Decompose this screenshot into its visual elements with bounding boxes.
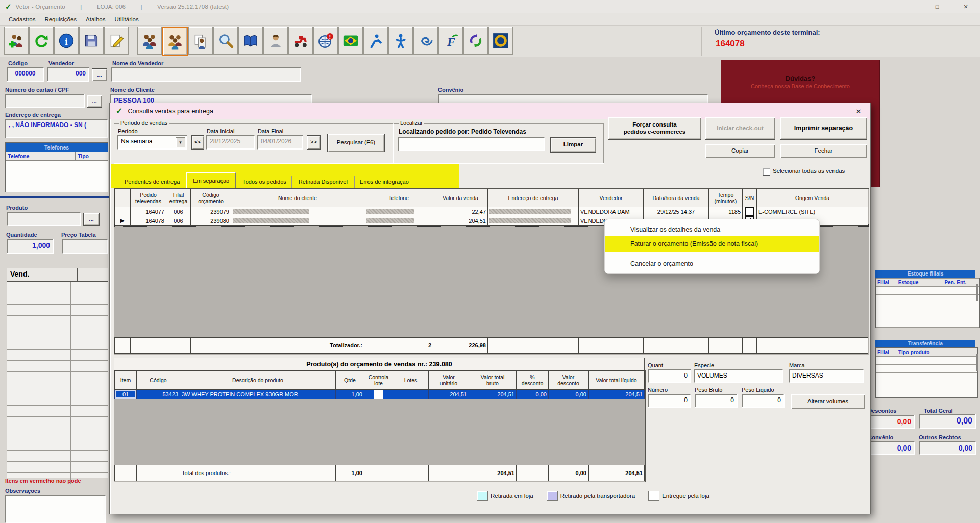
clients-active-icon[interactable] [162, 27, 188, 56]
produto-field[interactable] [7, 212, 81, 226]
edit-icon[interactable] [104, 27, 129, 55]
maximize-button[interactable]: □ [923, 0, 951, 13]
vendedor-browse-button[interactable]: ... [92, 68, 107, 81]
search-icon[interactable] [213, 27, 238, 55]
stock-scrollbar[interactable] [976, 284, 978, 301]
copy-record-icon[interactable] [188, 27, 213, 55]
peso-bruto-field[interactable]: 0 [695, 394, 738, 408]
periodo-label: Período [118, 128, 138, 134]
brazil-flag-icon[interactable] [338, 27, 363, 55]
imprimir-separacao-button[interactable]: Imprimir separação [780, 117, 867, 140]
context-item-faturar-o-orc-amento-emissa-o-de-nota-fi[interactable]: Faturar o orçamento (Emissão de nota fis… [605, 236, 819, 252]
outros-recbtos-label: Outros Recbtos [919, 434, 961, 440]
accessibility-icon[interactable] [388, 27, 413, 55]
vend-row [7, 462, 108, 473]
status-legend: Retirada em lojaRetirado pela transporta… [477, 491, 723, 501]
vend-row [7, 338, 108, 350]
periodo-prev-button[interactable]: << [191, 135, 204, 150]
tab-pendentes-de-entrega[interactable]: Pendentes de entrega [119, 176, 185, 188]
codigo-field[interactable]: 000000 [7, 67, 44, 82]
catalog-icon[interactable] [238, 27, 263, 55]
ring-icon[interactable] [488, 27, 513, 55]
vend-row [7, 394, 108, 406]
refresh-icon[interactable] [29, 27, 54, 55]
peso-liquido-field[interactable]: 0 [742, 394, 785, 408]
column-header: Endereço de entrega [488, 189, 579, 207]
fechar-button[interactable]: Fechar [780, 144, 867, 158]
endereco-entrega-field[interactable]: , , NÃO INFORMADO - SN ( [5, 119, 108, 138]
fiscal-icon[interactable]: F [438, 27, 463, 55]
marca-field[interactable]: DIVERSAS [789, 369, 864, 383]
clients-icon[interactable] [137, 27, 162, 55]
iniciar-checkout-button[interactable]: Iniciar check-out [705, 117, 775, 140]
tab-erros-de-integrac-a-o[interactable]: Erros de integração [354, 176, 414, 188]
column-header: Valor da venda [433, 189, 488, 207]
localizar-input[interactable] [398, 137, 545, 151]
unchecked-checkbox[interactable] [374, 390, 383, 399]
menu-cadastros[interactable]: Cadastros [4, 15, 40, 24]
legend-label: Entregue pela loja [662, 493, 709, 499]
vendedor-field[interactable]: 000 [47, 67, 89, 82]
transfer-scrollbar[interactable] [976, 354, 978, 371]
totalizer-row[interactable]: Totalizador.:2226,98 [115, 338, 868, 354]
close-button[interactable]: ✕ [951, 0, 980, 13]
customer-icon[interactable] [263, 27, 288, 55]
column-header: Controla lote [364, 371, 393, 390]
pix-icon[interactable] [363, 27, 388, 55]
forcar-consulta-button[interactable]: Forçar consulta pedidos e-commerces [608, 117, 701, 140]
tab-retirada-disponi-vel[interactable]: Retirada Disponível [293, 176, 353, 188]
save-icon[interactable] [79, 27, 104, 55]
periodo-select[interactable]: Na semana ▼ [117, 135, 187, 150]
dialog-close-icon[interactable]: ✕ [852, 106, 865, 117]
menu-utilita-rios[interactable]: Utilitários [110, 15, 143, 24]
select-all-checkbox[interactable] [763, 168, 770, 176]
observacoes-field[interactable] [5, 495, 106, 523]
context-item-cancelar-o-orc-amento[interactable]: Cancelar o orçamento [605, 257, 819, 270]
info-icon[interactable]: i [54, 27, 79, 55]
context-item-visualizar-os-detalhes-da-venda[interactable]: Visualizar os detalhes da venda [605, 222, 819, 236]
unchecked-checkbox[interactable] [745, 207, 754, 216]
alterar-volumes-button[interactable]: Alterar volumes [791, 394, 865, 409]
col-header-estoque: Estoque [897, 279, 943, 287]
spiral-icon[interactable] [413, 27, 438, 55]
periodo-legend: Período de vendas [119, 120, 169, 126]
column-header: Código [137, 371, 180, 390]
menu-atalhos[interactable]: Atalhos [81, 15, 110, 24]
stock-table: FilialEstoquePen. Ent. [875, 278, 980, 328]
svg-text:F: F [447, 35, 455, 48]
produto-browse-button[interactable]: ... [83, 213, 100, 226]
copiar-button[interactable]: Copiar [705, 144, 775, 158]
sync-icon[interactable] [463, 27, 488, 55]
sales-row[interactable]: 16407700623907922,47VENDEDORA DAM29/12/2… [115, 207, 868, 216]
data-inicial-field[interactable]: 28/12/2025 [206, 135, 255, 150]
cliente-browse-button[interactable]: ... [87, 95, 102, 108]
periodo-next-button[interactable]: >> [307, 135, 321, 150]
numero-field[interactable]: 0 [648, 394, 691, 408]
chevron-down-icon[interactable]: ▼ [176, 137, 185, 147]
limpar-button[interactable]: Limpar [550, 137, 596, 153]
products-total-row[interactable]: Total dos produtos.:1,00204,510,00204,51 [115, 465, 645, 481]
dialog-title: Consulta vendas para entrega [128, 108, 213, 115]
product-row[interactable]: 01534233W WHEY PROTEIN COMPLEX 930GR MOR… [115, 390, 645, 399]
cartao-cpf-field[interactable] [5, 94, 85, 108]
products-grid-box: ItemCódigoDescrição do produtoQtdeContro… [114, 370, 646, 482]
ecommerce-icon[interactable]: ! [313, 27, 338, 55]
data-final-field[interactable]: 04/01/2026 [257, 135, 303, 150]
redacted-text [366, 209, 414, 214]
menu-requisic-o-es[interactable]: Requisições [40, 15, 81, 24]
vend-row [7, 282, 108, 293]
pesquisar-button[interactable]: Pesquisar (F6) [327, 134, 385, 152]
delivery-icon[interactable] [288, 27, 313, 55]
add-client-icon[interactable] [4, 27, 29, 55]
quant-field[interactable]: 0 [648, 369, 691, 383]
nome-cliente-label: Nome do Cliente [110, 87, 155, 93]
especie-field[interactable]: VOLUMES [694, 369, 783, 383]
nome-vendedor-field[interactable] [111, 67, 301, 82]
tipo-empty-cell [71, 161, 108, 170]
peso-liquido-label: Peso Liquido [742, 387, 774, 393]
quantidade-field[interactable]: 1,000 [7, 239, 54, 254]
tab-em-separac-a-o[interactable]: Em separação [186, 172, 236, 188]
tab-todos-os-pedidos[interactable]: Todos os pedidos [237, 176, 292, 188]
minimize-button[interactable]: ─ [894, 0, 923, 13]
preco-tabela-field[interactable] [62, 239, 108, 254]
